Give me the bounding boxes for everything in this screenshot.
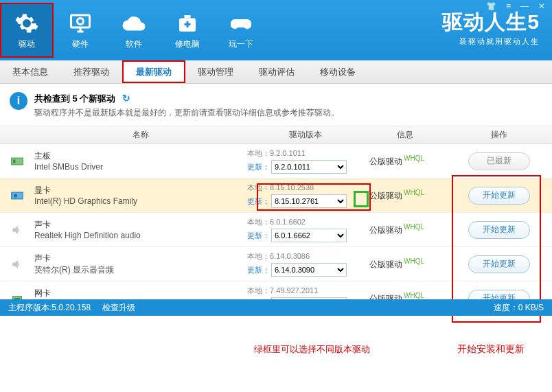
gamepad-icon: [229, 11, 253, 36]
driver-info: 公版驱动WHQL: [364, 257, 446, 270]
update-button[interactable]: 开始更新: [468, 187, 530, 205]
svg-rect-5: [13, 159, 15, 163]
menu-icon[interactable]: ≡: [503, 1, 514, 11]
device-sub: 英特尔(R) 显示器音频: [34, 264, 247, 276]
brand-title: 驱动人生5 装驱动就用驱动人生: [442, 8, 540, 47]
nav-label: 驱动: [19, 38, 35, 50]
cloud-icon: [122, 11, 146, 36]
nav-label: 玩一下: [229, 38, 253, 50]
nav-repair[interactable]: 修电脑: [161, 3, 214, 58]
device-icon: [0, 223, 34, 237]
footer-bar: 主程序版本:5.0.20.158 检查升级 速度：0 KB/S: [0, 299, 552, 316]
nav-hardware[interactable]: 硬件: [54, 3, 107, 58]
minimize-icon[interactable]: —: [518, 1, 531, 11]
info-desc: 驱动程序并不是最新版本就是最好的，更新前请查看驱动详细信息或参考推荐驱动。: [34, 107, 339, 119]
local-version: 本地：6.0.1.6602: [247, 217, 364, 227]
medkit-icon: [175, 11, 200, 36]
device-title: 声卡: [34, 253, 247, 264]
nav-play[interactable]: 玩一下: [214, 3, 268, 58]
device-icon: [0, 257, 34, 271]
device-title: 声卡: [34, 219, 247, 231]
footer-speed: 0 KB/S: [518, 303, 544, 312]
nav-label: 修电脑: [175, 38, 200, 50]
latest-button[interactable]: 已最新: [468, 152, 530, 170]
local-version: 本地：8.15.10.2538: [247, 183, 364, 193]
tab-basic-info[interactable]: 基本信息: [0, 60, 61, 83]
device-title: 主板: [34, 150, 247, 162]
local-version: 本地：7.49.927.2011: [247, 286, 364, 296]
version-select[interactable]: 9.2.0.1011: [271, 160, 347, 174]
update-button[interactable]: 开始更新: [468, 255, 530, 273]
svg-point-7: [14, 194, 17, 197]
tab-evaluate[interactable]: 驱动评估: [246, 60, 308, 83]
device-sub: Realtek High Definition audio: [34, 231, 247, 240]
driver-row: 声卡英特尔(R) 显示器音频本地：6.14.0.3086更新：6.14.0.30…: [0, 247, 552, 281]
nav-driver[interactable]: 驱动: [0, 3, 54, 58]
nav-software[interactable]: 软件: [107, 3, 161, 58]
device-icon: [0, 154, 34, 168]
window-controls: 👕 ≡ — ✕: [483, 1, 548, 11]
info-title: 共检查到 5 个新驱动 ↻: [34, 93, 130, 104]
tab-manage[interactable]: 驱动管理: [185, 60, 246, 83]
info-bar: i 共检查到 5 个新驱动 ↻ 驱动程序并不是最新版本就是最好的，更新前请查看驱…: [0, 84, 552, 126]
device-icon: [0, 189, 34, 203]
brand-subtitle: 装驱动就用驱动人生: [442, 36, 540, 47]
driver-row: 主板Intel SMBus Driver本地：9.2.0.1011更新：9.2.…: [0, 144, 552, 178]
version-select[interactable]: 6.0.1.6662: [271, 229, 347, 242]
footer-speed-label: 速度：: [494, 303, 518, 312]
version-select[interactable]: 8.15.10.2761: [271, 194, 347, 208]
gear-icon: [14, 11, 39, 36]
local-version: 本地：6.14.0.3086: [247, 251, 364, 262]
driver-info: 公版驱动WHQL: [364, 189, 446, 202]
svg-rect-0: [71, 15, 90, 27]
svg-point-1: [78, 18, 84, 24]
tab-bar: 基本信息 推荐驱动 最新驱动 驱动管理 驱动评估 移动设备: [0, 60, 552, 84]
update-label: 更新：: [247, 265, 270, 275]
device-sub: Intel(R) HD Graphics Family: [34, 196, 247, 206]
tab-recommended[interactable]: 推荐驱动: [61, 60, 122, 83]
svg-rect-4: [12, 158, 23, 165]
col-version: 驱动版本: [247, 129, 364, 141]
nav-label: 硬件: [72, 38, 89, 50]
col-info: 信息: [364, 129, 446, 141]
update-button[interactable]: 开始更新: [468, 221, 530, 239]
annotation-green: 绿框里可以选择不同版本驱动: [254, 343, 370, 356]
update-label: 更新：: [247, 231, 270, 241]
close-icon[interactable]: ✕: [536, 1, 548, 11]
update-label: 更新：: [247, 162, 270, 172]
footer-check-upgrade[interactable]: 检查升级: [102, 303, 135, 312]
local-version: 本地：9.2.0.1011: [247, 148, 364, 159]
footer-version: 5.0.20.158: [51, 303, 91, 312]
footer-version-label: 主程序版本:: [8, 303, 51, 312]
device-title: 显卡: [34, 185, 247, 196]
grid-header: 名称 驱动版本 信息 操作: [0, 126, 552, 144]
update-label: 更新：: [247, 196, 270, 207]
driver-row: 声卡Realtek High Definition audio本地：6.0.1.…: [0, 213, 552, 247]
tab-latest[interactable]: 最新驱动: [122, 60, 185, 83]
monitor-icon: [68, 11, 93, 36]
shirt-icon[interactable]: 👕: [483, 1, 499, 11]
annotation-red: 开始安装和更新: [457, 343, 525, 356]
header-bar: 驱动 硬件 软件 修电脑 玩一下 驱动人生5 装驱动就用驱动人生 👕 ≡ — ✕: [0, 0, 552, 60]
device-sub: Intel SMBus Driver: [34, 162, 247, 172]
tab-mobile[interactable]: 移动设备: [308, 60, 369, 83]
driver-info: 公版驱动WHQL: [364, 154, 446, 168]
refresh-icon[interactable]: ↻: [122, 93, 130, 104]
info-icon: i: [10, 92, 27, 110]
device-title: 网卡: [34, 288, 247, 299]
driver-info: 公版驱动WHQL: [364, 223, 446, 236]
nav-label: 软件: [126, 38, 142, 50]
svg-rect-3: [185, 15, 191, 19]
version-select[interactable]: 6.14.0.3090: [271, 263, 347, 277]
driver-row: 显卡Intel(R) HD Graphics Family本地：8.15.10.…: [0, 178, 552, 213]
col-action: 操作: [446, 129, 552, 141]
col-name: 名称: [0, 129, 247, 141]
